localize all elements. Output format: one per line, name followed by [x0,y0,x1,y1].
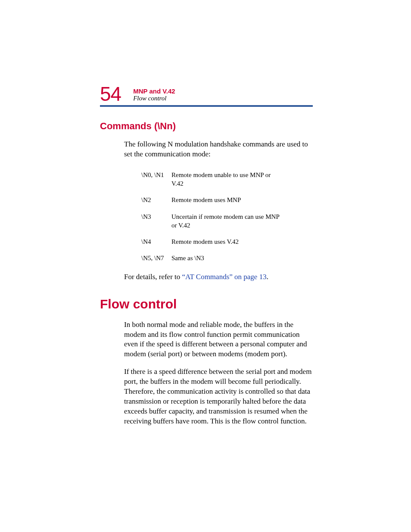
header-chapter-title: MNP and V.42 [133,87,175,95]
command-desc: Uncertain if remote modem can use MNP or… [171,212,281,230]
command-key: \N2 [141,196,171,204]
command-desc: Remote modem uses MNP [171,196,241,204]
command-key: \N5, \N7 [141,254,171,262]
command-key: \N3 [141,212,171,230]
table-row: \N5, \N7 Same as \N3 [141,254,313,262]
page-content: Commands (\Nn) The following N modulatio… [100,121,313,434]
cross-reference-paragraph: For details, refer to “AT Commands” on p… [124,272,313,282]
header-titles: MNP and V.42 Flow control [133,87,175,104]
table-row: \N3 Uncertain if remote modem can use MN… [141,212,313,230]
table-row: \N0, \N1 Remote modem unable to use MNP … [141,171,313,188]
running-header: 54 MNP and V.42 Flow control [100,84,313,104]
body-paragraph: In both normal mode and reliable mode, t… [124,320,313,360]
page-number: 54 [100,84,121,104]
subsection-heading-commands: Commands (\Nn) [100,121,313,132]
command-desc: Remote modem unable to use MNP or V.42 [171,171,281,188]
command-key: \N4 [141,237,171,246]
command-desc: Same as \N3 [171,254,204,262]
table-row: \N4 Remote modem uses V.42 [141,237,313,246]
table-row: \N2 Remote modem uses MNP [141,196,313,204]
command-desc: Remote modem uses V.42 [171,237,239,246]
command-key: \N0, \N1 [141,171,171,188]
document-page: 54 MNP and V.42 Flow control Commands (\… [0,0,411,532]
xref-suffix: . [267,273,268,281]
xref-prefix: For details, refer to [124,273,182,281]
header-rule [100,105,313,107]
intro-paragraph: The following N modulation handshake com… [124,140,313,159]
header-section-title: Flow control [133,95,175,102]
command-table: \N0, \N1 Remote modem unable to use MNP … [141,171,313,263]
cross-reference-link[interactable]: “AT Commands” on page 13 [182,273,267,281]
section-heading-flow-control: Flow control [100,297,313,311]
body-paragraph: If there is a speed difference between t… [124,367,313,426]
